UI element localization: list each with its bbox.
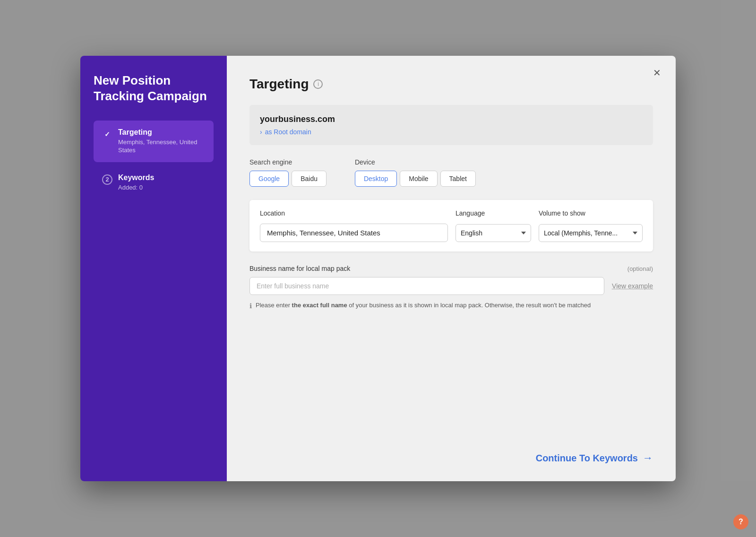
device-tablet[interactable]: Tablet	[440, 171, 476, 187]
business-name-input[interactable]	[249, 277, 604, 295]
sidebar: New Position Tracking Campaign ✓ Targeti…	[80, 56, 227, 481]
step-label-targeting: Targeting	[118, 128, 205, 137]
sidebar-step-targeting[interactable]: ✓ Targeting Memphis, Tennessee, United S…	[94, 121, 214, 162]
business-header: Business name for local map pack (option…	[249, 265, 653, 272]
search-engine-label: Search engine	[249, 158, 326, 166]
search-engine-buttons: Google Baidu	[249, 171, 326, 187]
info-icon[interactable]: i	[313, 79, 323, 89]
view-example-link[interactable]: View example	[612, 282, 653, 290]
llv-header: Location Language Volume to show	[260, 209, 643, 217]
domain-name: yourbusiness.com	[260, 114, 643, 124]
options-row: Search engine Google Baidu Device Deskto…	[249, 158, 653, 187]
device-buttons: Desktop Mobile Tablet	[355, 171, 476, 187]
page-title: Targeting	[249, 77, 309, 92]
sidebar-title: New Position Tracking Campaign	[94, 73, 214, 104]
language-header-label: Language	[455, 209, 531, 217]
domain-box: yourbusiness.com › as Root domain	[249, 105, 653, 145]
continue-to-keywords-button[interactable]: Continue To Keywords →	[536, 452, 653, 464]
root-domain-label: as Root domain	[265, 128, 311, 136]
search-engine-group: Search engine Google Baidu	[249, 158, 326, 187]
device-label: Device	[355, 158, 476, 166]
main-content: ✕ Targeting i yourbusiness.com › as Root…	[227, 56, 676, 481]
device-mobile[interactable]: Mobile	[400, 171, 437, 187]
hint-text: Please enter the exact full name of your…	[256, 301, 591, 310]
volume-header-label: Volume to show	[539, 209, 643, 217]
continue-label: Continue To Keywords	[536, 453, 638, 464]
root-domain-link[interactable]: › as Root domain	[260, 128, 643, 136]
sidebar-step-keywords[interactable]: 2 Keywords Added: 0	[94, 166, 214, 199]
modal-overlay: New Position Tracking Campaign ✓ Targeti…	[0, 0, 756, 537]
search-engine-google[interactable]: Google	[249, 171, 289, 187]
location-header-label: Location	[260, 209, 448, 217]
arrow-right-icon: →	[643, 452, 653, 464]
step-label-keywords: Keywords	[118, 173, 154, 182]
search-engine-baidu[interactable]: Baidu	[292, 171, 326, 187]
title-row: Targeting i	[249, 77, 653, 92]
help-badge[interactable]: ?	[733, 514, 748, 529]
step-sub-targeting: Memphis, Tennessee, United States	[118, 139, 205, 155]
step-indicator-keywords: 2	[102, 174, 112, 185]
hint-icon: ℹ	[249, 301, 252, 311]
volume-select[interactable]: Local (Memphis, Tenne... National Global	[539, 224, 643, 242]
optional-badge: (optional)	[627, 265, 653, 272]
language-select[interactable]: English Spanish French	[455, 224, 531, 242]
modal-container: New Position Tracking Campaign ✓ Targeti…	[80, 56, 676, 481]
step-indicator-targeting: ✓	[102, 129, 112, 139]
step-content-targeting: Targeting Memphis, Tennessee, United Sta…	[118, 128, 205, 155]
close-button[interactable]: ✕	[649, 65, 664, 80]
chevron-right-icon: ›	[260, 128, 262, 136]
device-desktop[interactable]: Desktop	[355, 171, 397, 187]
business-section: Business name for local map pack (option…	[249, 265, 653, 311]
business-hint: ℹ Please enter the exact full name of yo…	[249, 301, 653, 311]
continue-row: Continue To Keywords →	[536, 452, 653, 464]
location-input[interactable]	[260, 224, 448, 242]
step-content-keywords: Keywords Added: 0	[118, 173, 154, 192]
device-group: Device Desktop Mobile Tablet	[355, 158, 476, 187]
llv-inputs: English Spanish French Local (Memphis, T…	[260, 224, 643, 242]
step-sub-keywords: Added: 0	[118, 184, 154, 192]
business-input-row: View example	[249, 277, 653, 295]
business-label: Business name for local map pack	[249, 265, 350, 272]
location-row-container: Location Language Volume to show English…	[249, 200, 653, 251]
